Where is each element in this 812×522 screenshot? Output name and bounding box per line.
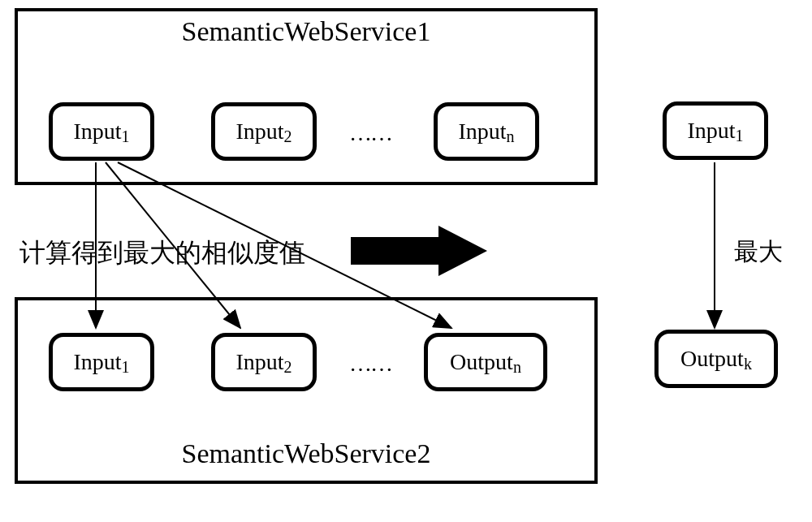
service2-input-2: Input2 <box>211 333 317 391</box>
node-label: Input <box>235 119 283 145</box>
service1-input-n: Inputn <box>434 102 539 161</box>
node-sub: k <box>744 355 752 373</box>
node-label: Output <box>450 349 513 375</box>
node-sub: 2 <box>284 358 292 377</box>
node-sub: 2 <box>284 127 292 146</box>
node-sub: 1 <box>122 127 130 146</box>
node-label: Input <box>73 349 121 375</box>
node-label: Input <box>458 119 506 145</box>
svg-marker-0 <box>351 226 487 276</box>
node-label: Input <box>73 119 121 145</box>
service2-output-n: Outputn <box>424 333 547 391</box>
service2-input-1: Input1 <box>49 333 154 391</box>
node-label: Input <box>687 118 735 144</box>
service1-input-2: Input2 <box>211 102 317 161</box>
service2-box: Input1 Input2 …… Outputn SemanticWebServ… <box>15 297 598 484</box>
right-output: Outputk <box>654 330 778 388</box>
big-arrow-icon <box>351 222 489 279</box>
node-sub: n <box>513 358 521 377</box>
service1-input-1: Input1 <box>49 102 154 161</box>
service1-box: SemanticWebService1 Input1 Input2 …… Inp… <box>15 8 598 185</box>
node-sub: 1 <box>122 358 130 377</box>
node-sub: 1 <box>736 127 744 145</box>
service1-title: SemanticWebService1 <box>18 16 594 47</box>
node-sub: n <box>507 127 515 146</box>
max-label: 最大 <box>734 235 783 269</box>
node-label: Output <box>680 346 744 372</box>
node-label: Input <box>235 349 283 375</box>
service1-dots: …… <box>349 120 391 146</box>
service2-dots: …… <box>349 351 391 377</box>
right-input: Input1 <box>663 101 768 160</box>
service2-title: SemanticWebService2 <box>18 438 594 469</box>
middle-text: 计算得到最大的相似度值 <box>19 235 305 271</box>
